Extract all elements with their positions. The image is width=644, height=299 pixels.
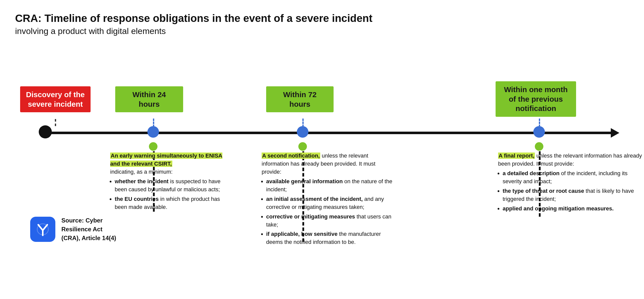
fritem1-bold: a detailed description	[503, 170, 559, 176]
72h-dot	[297, 126, 308, 138]
final-report-list: a detailed description of the incident, …	[503, 169, 644, 212]
1month-green-dot	[535, 142, 543, 151]
early-warning-item2-bold: the EU countries	[115, 196, 159, 202]
early-warning-block: An early warning simultaneously to ENISA…	[110, 152, 231, 211]
source-box: Source: Cyber Resilience Act (CRA), Arti…	[30, 216, 116, 242]
early-warning-body: indicating, as a minimum:	[110, 169, 173, 175]
final-report-block: A final report, unless the relevant info…	[498, 152, 644, 212]
discovery-dashed-line	[55, 119, 56, 126]
second-notif-title: A second notification,	[262, 153, 320, 159]
source-line3: (CRA), Article 14(4)	[61, 235, 116, 241]
source-line1: Source: Cyber	[61, 217, 103, 224]
72h-green-dot	[298, 142, 307, 151]
early-warning-item1-bold: whether the incident	[115, 178, 169, 184]
page-title: CRA: Timeline of response obligations in…	[15, 12, 629, 25]
early-warning-list: whether the incident is suspected to hav…	[115, 177, 231, 211]
snitem1-bold: available general information	[266, 178, 343, 184]
24h-dashed-line	[153, 119, 154, 127]
1month-label: Within one month of the previous notific…	[496, 81, 576, 117]
snitem3-bold: corrective or mitigating measures	[266, 213, 355, 220]
snitem4-bold: if applicable, how sensitive	[266, 231, 338, 237]
72h-label: Within 72 hours	[266, 86, 334, 112]
discovery-label: Discovery of the severe incident	[20, 86, 91, 112]
24h-label: Within 24 hours	[115, 86, 183, 112]
1month-dot	[533, 126, 545, 138]
second-notif-list: available general information on the nat…	[266, 177, 395, 246]
snitem2-bold: an initial assessment of the incident,	[266, 196, 363, 202]
source-line2: Resilience Act	[61, 226, 102, 233]
1month-dashed-line	[539, 119, 540, 127]
discovery-dot	[39, 125, 52, 138]
second-notification-block: A second notification, unless the releva…	[262, 152, 395, 246]
source-text: Source: Cyber Resilience Act (CRA), Arti…	[61, 216, 116, 242]
24h-dot	[147, 126, 159, 138]
fritem3-bold: applied and ongoing mitigation measures.	[503, 205, 614, 212]
timeline-line	[45, 132, 614, 134]
72h-dashed-line	[302, 119, 304, 127]
fritem2-bold: the type of threat or root cause	[503, 188, 584, 194]
page-subtitle: involving a product with digital element…	[15, 26, 629, 36]
yogosha-icon	[34, 221, 51, 238]
early-warning-title: An early warning simultaneously to ENISA…	[110, 153, 222, 167]
yogosha-logo	[30, 217, 55, 242]
final-report-title: A final report,	[498, 153, 535, 159]
24h-green-dot	[149, 142, 157, 151]
timeline-area: Discovery of the severe incident Within …	[15, 51, 629, 247]
